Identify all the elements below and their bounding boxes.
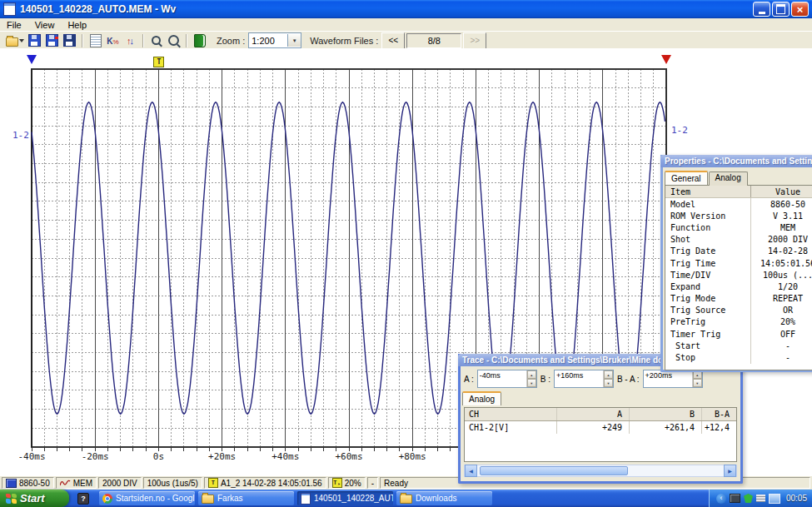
maximize-icon <box>776 4 785 14</box>
toolbar-icons: K%↑↓ <box>3 32 208 48</box>
column-header-b: B <box>630 408 702 420</box>
spin-down-icon[interactable]: ▼ <box>604 379 613 387</box>
spin-buttons: ▲▼ <box>603 370 613 387</box>
table-row: Timer TrigOFF <box>665 328 812 340</box>
properties-title-bar[interactable]: Properties - C:\Documents and Settings\B <box>660 155 812 167</box>
spin-down-icon[interactable]: ▼ <box>693 379 702 387</box>
x-axis-label: +20ms <box>208 451 236 462</box>
status-text: 100us (1us/5) <box>147 479 198 488</box>
convert-button[interactable]: K% <box>104 32 122 48</box>
properties-button[interactable] <box>87 32 104 48</box>
status-text: 20% <box>345 479 361 488</box>
scroll-thumb[interactable] <box>480 466 628 475</box>
next-file-button[interactable]: >> <box>463 32 486 49</box>
minimize-icon <box>759 12 765 14</box>
zoom-label: Zoom : <box>217 36 245 46</box>
cursor-spinbox-0[interactable]: -40ms▲▼ <box>477 370 537 388</box>
trigger-marker[interactable]: T <box>153 57 164 67</box>
tab-general[interactable]: General <box>665 171 708 185</box>
zoom-combobox[interactable]: 1:200 ▼ <box>248 32 301 48</box>
scroll-left-icon[interactable]: ◀ <box>465 465 477 477</box>
cell: +12,4 <box>702 421 736 434</box>
task-label: Startsiden.no - Googl... <box>116 494 195 503</box>
wvdoc-icon <box>301 493 311 505</box>
cursor-value-2: +200ms <box>644 370 692 387</box>
task-button[interactable]: Downloads <box>396 491 492 505</box>
shield-tray-icon[interactable] <box>744 494 753 503</box>
prev-file-button[interactable]: << <box>381 32 405 49</box>
item-cell: Stop <box>665 351 751 363</box>
minimize-button[interactable] <box>753 2 770 17</box>
properties-window: Properties - C:\Documents and Settings\B… <box>660 155 812 372</box>
table-row: PreTrig20% <box>665 316 812 328</box>
quick-launch-help-icon[interactable]: ? <box>77 493 89 505</box>
maximize-button[interactable] <box>772 2 790 17</box>
scroll-right-icon[interactable]: ▶ <box>724 465 736 477</box>
arrange-traces-button[interactable]: ↑↓ <box>122 32 139 48</box>
value-cell: 100us (... <box>751 269 812 281</box>
save-button[interactable] <box>26 32 43 48</box>
status-text: Ready <box>384 479 408 488</box>
chevron-down-icon[interactable]: ▼ <box>287 34 301 47</box>
cursor-b-marker[interactable] <box>661 55 671 64</box>
task-label: Farkas <box>217 494 243 503</box>
item-cell: Model <box>665 198 751 210</box>
cursor-a-marker[interactable] <box>27 55 37 64</box>
table-row: Trig ModeREPEAT <box>665 293 812 305</box>
view-book-button[interactable] <box>191 32 208 48</box>
zoom-out-icon <box>152 36 161 45</box>
tab-analog[interactable]: Analog <box>462 391 501 405</box>
cursor-spinbox-2[interactable]: +200ms▲▼ <box>643 370 703 388</box>
task-button[interactable]: Farkas <box>198 491 294 505</box>
spin-up-icon[interactable]: ▲ <box>604 370 613 379</box>
value-cell: REPEAT <box>751 293 812 305</box>
close-button[interactable]: × <box>791 2 809 17</box>
task-button[interactable]: 140501_140228_AUT... <box>297 491 393 505</box>
hide-tray-icon[interactable]: ‹ <box>716 494 726 504</box>
x-axis-label: -40ms <box>17 451 45 462</box>
x-axis-label: 0s <box>153 451 164 462</box>
trig-icon: T <box>208 478 218 488</box>
trace-table: CHABB-ACH1-2[V]+249+261,4+12,4 <box>464 407 737 462</box>
trace-header-row: CHABB-A <box>465 408 736 421</box>
trace-horizontal-scrollbar[interactable]: ◀ ▶ <box>464 465 737 477</box>
item-cell: ROM Version <box>665 210 751 221</box>
tab-analog[interactable]: Analog <box>709 171 748 186</box>
status-text: 8860-50 <box>19 479 50 488</box>
menu-item-view[interactable]: View <box>28 19 62 31</box>
properties-icon <box>90 34 102 47</box>
spin-up-icon[interactable]: ▲ <box>527 370 536 379</box>
task-button[interactable]: Startsiden.no - Googl... <box>99 491 195 505</box>
cell: +261,4 <box>630 421 702 434</box>
value-cell: OFF <box>751 328 812 340</box>
display-tray-icon[interactable] <box>769 494 780 504</box>
scroll-track[interactable] <box>477 465 724 476</box>
column-header-a: A <box>557 408 630 420</box>
spin-down-icon[interactable]: ▼ <box>527 379 536 387</box>
export-icon <box>63 34 76 47</box>
status-text: MEM <box>73 479 92 488</box>
open-file-button[interactable] <box>3 32 26 48</box>
audio-tray-icon[interactable] <box>730 494 740 503</box>
save-icon <box>28 34 41 47</box>
device-icon <box>6 479 17 488</box>
item-cell: Timer Trig <box>665 328 751 340</box>
save-as-button[interactable] <box>43 32 61 48</box>
layers-tray-icon[interactable] <box>756 495 765 502</box>
item-cell: Start <box>665 340 751 351</box>
spin-buttons: ▲▼ <box>692 370 702 387</box>
status-segment: TA1_2 14-02-28 14:05:01.56 <box>204 477 326 489</box>
cursor-spinbox-1[interactable]: +160ms▲▼ <box>554 370 614 388</box>
zoom-in-button[interactable] <box>165 32 182 48</box>
export-button[interactable] <box>61 32 78 48</box>
x-axis-label: +40ms <box>271 451 299 462</box>
title-bar[interactable]: 140501_140228_AUTO.MEM - Wv × <box>0 0 812 18</box>
menu-item-help[interactable]: Help <box>61 19 93 31</box>
start-button[interactable]: Start <box>0 490 69 507</box>
zoom-value: 1:200 <box>249 36 287 46</box>
status-segment: T20% <box>328 477 366 489</box>
item-cell: PreTrig <box>665 316 751 328</box>
zoom-out-button[interactable] <box>147 32 165 48</box>
convert-icon: K% <box>107 36 118 46</box>
menu-item-file[interactable]: File <box>0 19 28 31</box>
